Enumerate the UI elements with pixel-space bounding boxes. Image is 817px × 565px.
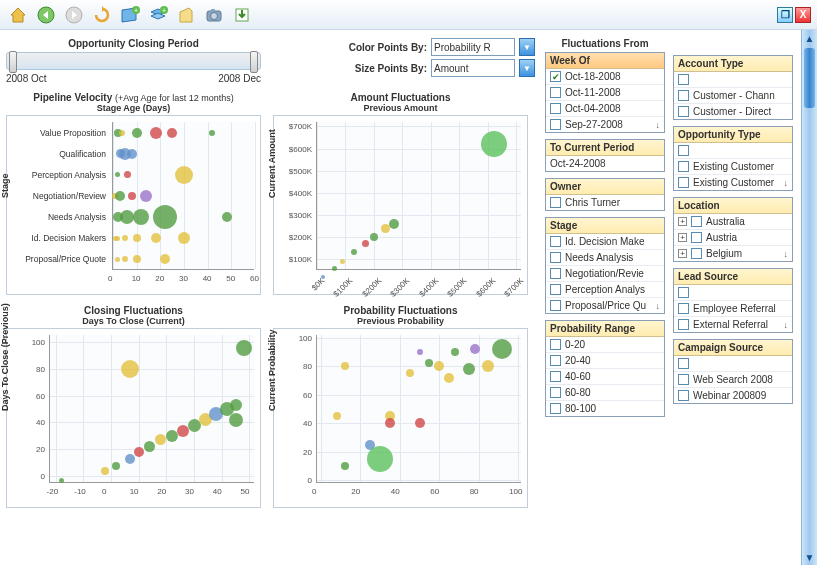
checkbox[interactable]: [678, 145, 689, 156]
checkbox[interactable]: [550, 355, 561, 366]
filter-right-item-0-0[interactable]: [674, 72, 792, 88]
data-point[interactable]: [178, 232, 190, 244]
data-point[interactable]: [482, 360, 494, 372]
filter-left-head-3[interactable]: Stage: [546, 218, 664, 234]
checkbox[interactable]: [550, 387, 561, 398]
chart-plot-area[interactable]: StageValue PropositionQualificationPerce…: [6, 115, 261, 295]
filter-left-item-4-3[interactable]: 60-80: [546, 385, 664, 401]
checkbox[interactable]: [550, 197, 561, 208]
checkbox[interactable]: [550, 236, 561, 247]
data-point[interactable]: [406, 369, 414, 377]
filter-left-item-4-4[interactable]: 80-100: [546, 401, 664, 416]
chart-plot-area[interactable]: Days To Close (Previous)020406080100-20-…: [6, 328, 261, 508]
checkbox[interactable]: [678, 177, 689, 188]
scroll-up-icon[interactable]: ▲: [802, 30, 817, 46]
checkbox[interactable]: [550, 87, 561, 98]
data-point[interactable]: [417, 349, 423, 355]
data-point[interactable]: [121, 360, 139, 378]
filter-right-item-4-0[interactable]: [674, 356, 792, 372]
checkbox[interactable]: [550, 339, 561, 350]
checkbox[interactable]: [550, 371, 561, 382]
filter-right-head-3[interactable]: Lead Source: [674, 269, 792, 285]
data-point[interactable]: [134, 447, 144, 457]
checkbox[interactable]: [678, 90, 689, 101]
filter-right-item-1-0[interactable]: [674, 143, 792, 159]
data-point[interactable]: [153, 205, 177, 229]
filter-left-item-4-1[interactable]: 20-40: [546, 353, 664, 369]
checkbox[interactable]: [550, 284, 561, 295]
filter-left-head-1[interactable]: To Current Period: [546, 140, 664, 156]
checkbox[interactable]: [678, 358, 689, 369]
data-point[interactable]: [332, 266, 337, 271]
data-point[interactable]: [340, 259, 345, 264]
checkbox[interactable]: [550, 252, 561, 263]
data-point[interactable]: [122, 235, 128, 241]
checkbox[interactable]: [691, 216, 702, 227]
filter-right-item-1-2[interactable]: Existing Customer↓: [674, 175, 792, 190]
filter-right-head-0[interactable]: Account Type: [674, 56, 792, 72]
filter-right-head-1[interactable]: Opportunity Type: [674, 127, 792, 143]
filter-left-item-4-0[interactable]: 0-20: [546, 337, 664, 353]
checkbox[interactable]: [678, 161, 689, 172]
data-point[interactable]: [128, 192, 136, 200]
data-point[interactable]: [333, 412, 341, 420]
filter-right-item-4-1[interactable]: Web Search 2008: [674, 372, 792, 388]
add-sheet-icon[interactable]: +: [118, 3, 142, 27]
data-point[interactable]: [115, 257, 120, 262]
data-point[interactable]: [481, 131, 507, 157]
scroll-down-icon[interactable]: ▼: [802, 549, 817, 565]
expand-icon[interactable]: +: [678, 249, 687, 258]
data-point[interactable]: [125, 454, 135, 464]
checkbox[interactable]: [678, 390, 689, 401]
filter-left-head-4[interactable]: Probability Range: [546, 321, 664, 337]
checkbox[interactable]: [691, 232, 702, 243]
more-icon[interactable]: ↓: [784, 178, 789, 188]
data-point[interactable]: [115, 172, 120, 177]
filter-left-item-0-0[interactable]: ✔Oct-18-2008: [546, 69, 664, 85]
filter-right-item-1-1[interactable]: Existing Customer: [674, 159, 792, 175]
filter-left-item-3-1[interactable]: Needs Analysis: [546, 250, 664, 266]
color-by-select[interactable]: Probability R: [431, 38, 515, 56]
size-by-dropdown-icon[interactable]: ▼: [519, 59, 535, 77]
expand-icon[interactable]: +: [678, 217, 687, 226]
data-point[interactable]: [362, 240, 369, 247]
filter-left-item-0-1[interactable]: Oct-11-2008: [546, 85, 664, 101]
clipboard-icon[interactable]: [174, 3, 198, 27]
checkbox[interactable]: [550, 300, 561, 311]
data-point[interactable]: [101, 467, 109, 475]
scrollbar[interactable]: ▲ ▼: [801, 30, 817, 565]
slider-handle-start[interactable]: [9, 51, 17, 73]
more-icon[interactable]: ↓: [784, 320, 789, 330]
filter-left-item-0-2[interactable]: Oct-04-2008: [546, 101, 664, 117]
data-point[interactable]: [167, 128, 177, 138]
data-point[interactable]: [367, 446, 393, 472]
refresh-icon[interactable]: [90, 3, 114, 27]
checkbox[interactable]: [678, 319, 689, 330]
filter-left-item-4-2[interactable]: 40-60: [546, 369, 664, 385]
filter-right-item-3-0[interactable]: [674, 285, 792, 301]
filter-right-item-0-2[interactable]: Customer - Direct: [674, 104, 792, 119]
filter-right-head-4[interactable]: Campaign Source: [674, 340, 792, 356]
maximize-button[interactable]: ❐: [777, 7, 793, 23]
data-point[interactable]: [209, 130, 215, 136]
slider-handle-end[interactable]: [250, 51, 258, 73]
data-point[interactable]: [133, 255, 141, 263]
checkbox[interactable]: [678, 303, 689, 314]
filter-left-value-1[interactable]: Oct-24-2008: [546, 156, 664, 171]
data-point[interactable]: [385, 418, 395, 428]
export-icon[interactable]: [230, 3, 254, 27]
filter-left-item-3-0[interactable]: Id. Decision Make: [546, 234, 664, 250]
data-point[interactable]: [112, 462, 120, 470]
data-point[interactable]: [175, 166, 193, 184]
size-by-select[interactable]: Amount: [431, 59, 515, 77]
filter-right-item-3-2[interactable]: External Referral↓: [674, 317, 792, 332]
more-icon[interactable]: ↓: [784, 249, 789, 259]
data-point[interactable]: [120, 210, 134, 224]
filter-left-item-0-3[interactable]: Sep-27-2008↓: [546, 117, 664, 132]
filter-left-head-0[interactable]: Week Of: [546, 53, 664, 69]
data-point[interactable]: [150, 127, 162, 139]
filter-right-item-2-1[interactable]: +Austria: [674, 230, 792, 246]
chart-plot-area[interactable]: Current Amount$100K$200K$300K$400K$500K$…: [273, 115, 528, 295]
chart-plot-area[interactable]: Current Probability020406080100020406080…: [273, 328, 528, 508]
filter-left-item-3-2[interactable]: Negotiation/Revie: [546, 266, 664, 282]
